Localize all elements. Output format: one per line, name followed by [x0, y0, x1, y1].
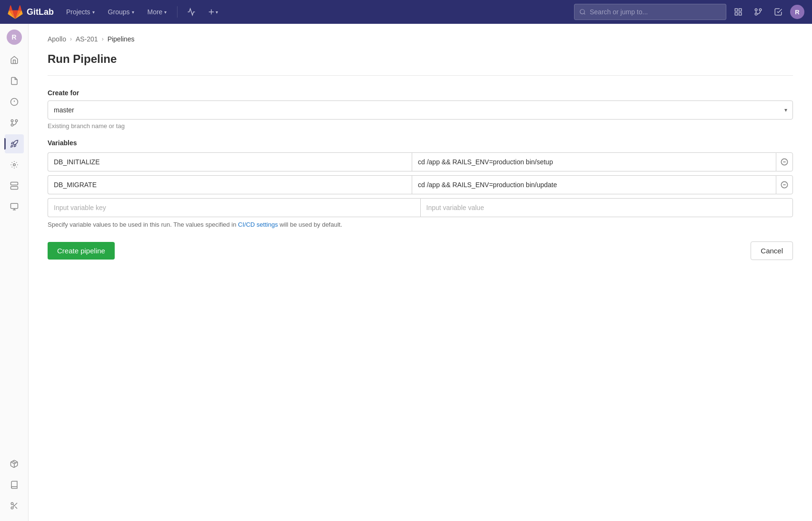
variables-label: Variables [48, 139, 793, 147]
issues-icon [10, 98, 19, 106]
variable-row-2 [48, 175, 793, 194]
create-chevron-icon: ▾ [216, 10, 218, 15]
branch-hint: Existing branch name or tag [48, 122, 793, 130]
variable-value-2[interactable] [412, 175, 776, 194]
branch-select-wrapper: master main develop ▾ [48, 100, 793, 120]
logo-text: GitLab [27, 7, 54, 17]
nav-more[interactable]: More ▾ [143, 5, 172, 19]
title-divider [48, 75, 793, 76]
svg-point-18 [15, 120, 18, 122]
merge-requests-button[interactable] [750, 5, 766, 19]
main-content: Apollo › AS-201 › Pipelines Run Pipeline… [29, 24, 812, 521]
sidebar-item-monitor[interactable] [5, 197, 24, 216]
todo-icon [774, 8, 782, 16]
svg-rect-7 [739, 13, 742, 15]
svg-point-9 [759, 9, 762, 11]
sidebar-item-cicd[interactable] [5, 134, 24, 153]
breadcrumb-apollo[interactable]: Apollo [48, 35, 66, 43]
cicd-settings-link[interactable]: CI/CD settings [238, 221, 278, 228]
sidebar: R [0, 24, 29, 521]
svg-rect-6 [735, 13, 737, 15]
variable-key-new[interactable] [48, 198, 420, 217]
breadcrumb-as201[interactable]: AS-201 [76, 35, 98, 43]
svg-point-33 [11, 502, 13, 505]
book-icon [10, 481, 19, 489]
variable-row-1 [48, 152, 793, 171]
variable-hint: Specify variable values to be used in th… [48, 221, 793, 228]
create-for-label: Create for [48, 89, 793, 97]
top-navigation: GitLab Projects ▾ Groups ▾ More ▾ ▾ [0, 0, 812, 24]
sidebar-item-operations[interactable] [5, 155, 24, 174]
minus-circle-icon [781, 158, 788, 166]
user-avatar[interactable]: R [790, 5, 804, 19]
svg-point-2 [580, 10, 584, 14]
search-bar[interactable] [574, 4, 726, 20]
gitlab-logo[interactable]: GitLab [8, 4, 54, 20]
variable-value-1[interactable] [412, 152, 776, 171]
page-title: Run Pipeline [48, 52, 793, 66]
variable-value-new[interactable] [420, 198, 793, 217]
svg-line-3 [584, 13, 585, 15]
sidebar-item-packages[interactable] [5, 454, 24, 473]
create-new-button[interactable]: ▾ [203, 5, 222, 19]
breadcrumb-current: Pipelines [108, 35, 135, 43]
variable-remove-2[interactable] [776, 175, 793, 194]
sidebar-item-issues[interactable] [5, 92, 24, 111]
svg-point-8 [755, 9, 757, 11]
sidebar-item-home[interactable] [5, 50, 24, 70]
breadcrumb-sep-2: › [102, 36, 104, 42]
breadcrumb: Apollo › AS-201 › Pipelines [48, 35, 793, 43]
form-actions: Create pipeline Cancel [48, 241, 793, 260]
file-icon [10, 77, 19, 85]
svg-point-19 [13, 164, 15, 166]
sidebar-user-avatar[interactable]: R [7, 30, 22, 45]
sidebar-item-snippets[interactable] [5, 496, 24, 515]
sidebar-item-repository[interactable] [5, 71, 24, 90]
nav-groups[interactable]: Groups ▾ [103, 5, 139, 19]
main-layout: R [0, 24, 812, 521]
home-icon [10, 56, 19, 64]
create-pipeline-button[interactable]: Create pipeline [48, 242, 115, 260]
svg-rect-5 [739, 9, 742, 11]
nav-divider [177, 6, 178, 18]
svg-point-34 [11, 507, 13, 509]
cancel-button[interactable]: Cancel [751, 241, 793, 260]
merge-requests-icon [10, 119, 19, 127]
svg-rect-24 [10, 182, 18, 185]
svg-rect-28 [10, 203, 18, 209]
package-icon [10, 460, 19, 468]
search-input[interactable] [590, 8, 721, 16]
server-icon [10, 181, 19, 190]
variable-remove-1[interactable] [776, 152, 793, 171]
merge-icon [754, 8, 762, 16]
variable-key-2[interactable] [48, 175, 412, 194]
variable-row-empty [48, 198, 793, 217]
breadcrumb-sep-1: › [70, 36, 72, 42]
sidebar-item-wiki[interactable] [5, 475, 24, 494]
svg-line-37 [13, 504, 14, 506]
sidebar-item-environments[interactable] [5, 176, 24, 195]
svg-point-16 [11, 124, 13, 126]
svg-line-36 [15, 507, 17, 509]
projects-chevron-icon: ▾ [92, 10, 95, 15]
variable-key-1[interactable] [48, 152, 412, 171]
svg-line-31 [12, 461, 16, 463]
branch-select[interactable]: master main develop [48, 100, 793, 120]
svg-point-10 [755, 13, 757, 15]
monitor-icon [10, 202, 19, 211]
command-palette-button[interactable] [730, 5, 746, 19]
chart-icon-button[interactable] [183, 5, 199, 19]
scissors-icon [10, 501, 19, 510]
run-pipeline-form: Create for master main develop ▾ Existin… [48, 89, 793, 260]
svg-point-15 [11, 120, 13, 122]
sidebar-item-merge-requests[interactable] [5, 113, 24, 132]
search-icon [579, 9, 586, 15]
operations-icon [10, 160, 19, 169]
more-chevron-icon: ▾ [164, 10, 167, 15]
todos-button[interactable] [770, 5, 786, 19]
chart-icon [187, 8, 196, 16]
svg-rect-4 [735, 9, 737, 11]
command-icon [734, 8, 743, 16]
svg-rect-25 [10, 187, 18, 190]
nav-projects[interactable]: Projects ▾ [61, 5, 99, 19]
